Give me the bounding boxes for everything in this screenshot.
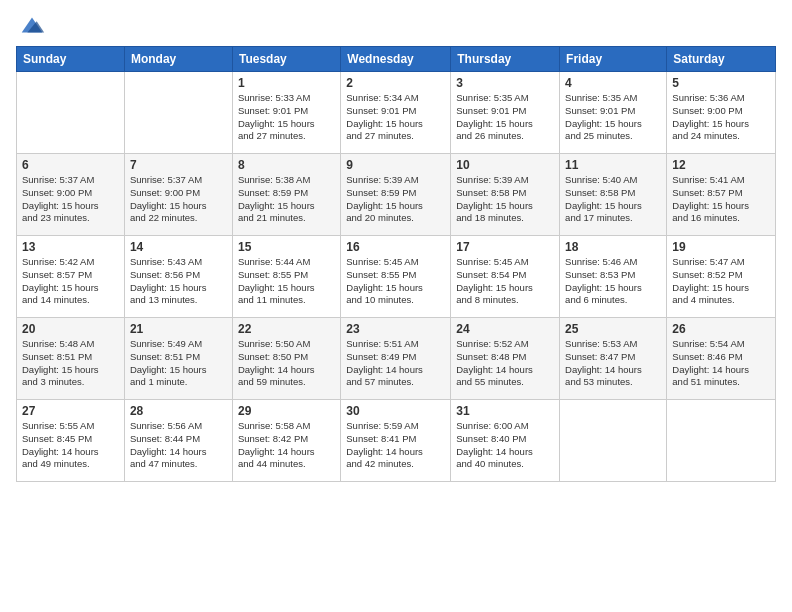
calendar-cell: 15Sunrise: 5:44 AM Sunset: 8:55 PM Dayli… [232, 236, 340, 318]
calendar-cell: 25Sunrise: 5:53 AM Sunset: 8:47 PM Dayli… [560, 318, 667, 400]
day-info: Sunrise: 5:58 AM Sunset: 8:42 PM Dayligh… [238, 420, 335, 471]
day-number: 16 [346, 240, 445, 254]
calendar-cell: 31Sunrise: 6:00 AM Sunset: 8:40 PM Dayli… [451, 400, 560, 482]
day-number: 5 [672, 76, 770, 90]
calendar-cell: 7Sunrise: 5:37 AM Sunset: 9:00 PM Daylig… [124, 154, 232, 236]
calendar-cell: 21Sunrise: 5:49 AM Sunset: 8:51 PM Dayli… [124, 318, 232, 400]
day-number: 6 [22, 158, 119, 172]
calendar-table: SundayMondayTuesdayWednesdayThursdayFrid… [16, 46, 776, 482]
calendar-cell: 19Sunrise: 5:47 AM Sunset: 8:52 PM Dayli… [667, 236, 776, 318]
day-info: Sunrise: 5:41 AM Sunset: 8:57 PM Dayligh… [672, 174, 770, 225]
day-info: Sunrise: 5:48 AM Sunset: 8:51 PM Dayligh… [22, 338, 119, 389]
day-info: Sunrise: 5:38 AM Sunset: 8:59 PM Dayligh… [238, 174, 335, 225]
day-number: 28 [130, 404, 227, 418]
day-info: Sunrise: 5:35 AM Sunset: 9:01 PM Dayligh… [565, 92, 661, 143]
calendar-cell: 27Sunrise: 5:55 AM Sunset: 8:45 PM Dayli… [17, 400, 125, 482]
calendar-cell: 6Sunrise: 5:37 AM Sunset: 9:00 PM Daylig… [17, 154, 125, 236]
day-info: Sunrise: 5:39 AM Sunset: 8:58 PM Dayligh… [456, 174, 554, 225]
calendar-cell: 1Sunrise: 5:33 AM Sunset: 9:01 PM Daylig… [232, 72, 340, 154]
calendar-week-row: 27Sunrise: 5:55 AM Sunset: 8:45 PM Dayli… [17, 400, 776, 482]
calendar-cell: 18Sunrise: 5:46 AM Sunset: 8:53 PM Dayli… [560, 236, 667, 318]
calendar-cell: 17Sunrise: 5:45 AM Sunset: 8:54 PM Dayli… [451, 236, 560, 318]
calendar-week-row: 13Sunrise: 5:42 AM Sunset: 8:57 PM Dayli… [17, 236, 776, 318]
day-info: Sunrise: 5:40 AM Sunset: 8:58 PM Dayligh… [565, 174, 661, 225]
day-info: Sunrise: 5:36 AM Sunset: 9:00 PM Dayligh… [672, 92, 770, 143]
day-info: Sunrise: 5:43 AM Sunset: 8:56 PM Dayligh… [130, 256, 227, 307]
header [16, 12, 776, 40]
day-info: Sunrise: 5:33 AM Sunset: 9:01 PM Dayligh… [238, 92, 335, 143]
calendar-cell: 24Sunrise: 5:52 AM Sunset: 8:48 PM Dayli… [451, 318, 560, 400]
day-info: Sunrise: 5:35 AM Sunset: 9:01 PM Dayligh… [456, 92, 554, 143]
day-info: Sunrise: 5:37 AM Sunset: 9:00 PM Dayligh… [22, 174, 119, 225]
day-info: Sunrise: 5:52 AM Sunset: 8:48 PM Dayligh… [456, 338, 554, 389]
calendar-cell [124, 72, 232, 154]
day-number: 20 [22, 322, 119, 336]
calendar-cell: 8Sunrise: 5:38 AM Sunset: 8:59 PM Daylig… [232, 154, 340, 236]
day-number: 31 [456, 404, 554, 418]
day-number: 8 [238, 158, 335, 172]
day-number: 10 [456, 158, 554, 172]
day-info: Sunrise: 5:49 AM Sunset: 8:51 PM Dayligh… [130, 338, 227, 389]
weekday-header-saturday: Saturday [667, 47, 776, 72]
day-number: 17 [456, 240, 554, 254]
day-info: Sunrise: 5:47 AM Sunset: 8:52 PM Dayligh… [672, 256, 770, 307]
weekday-header-monday: Monday [124, 47, 232, 72]
day-info: Sunrise: 5:50 AM Sunset: 8:50 PM Dayligh… [238, 338, 335, 389]
calendar-cell [17, 72, 125, 154]
day-info: Sunrise: 5:59 AM Sunset: 8:41 PM Dayligh… [346, 420, 445, 471]
day-info: Sunrise: 5:39 AM Sunset: 8:59 PM Dayligh… [346, 174, 445, 225]
day-number: 22 [238, 322, 335, 336]
calendar-cell: 10Sunrise: 5:39 AM Sunset: 8:58 PM Dayli… [451, 154, 560, 236]
calendar-cell: 2Sunrise: 5:34 AM Sunset: 9:01 PM Daylig… [341, 72, 451, 154]
page-container: SundayMondayTuesdayWednesdayThursdayFrid… [0, 0, 792, 490]
day-number: 12 [672, 158, 770, 172]
weekday-header-row: SundayMondayTuesdayWednesdayThursdayFrid… [17, 47, 776, 72]
day-info: Sunrise: 5:53 AM Sunset: 8:47 PM Dayligh… [565, 338, 661, 389]
calendar-cell: 13Sunrise: 5:42 AM Sunset: 8:57 PM Dayli… [17, 236, 125, 318]
day-number: 14 [130, 240, 227, 254]
day-number: 26 [672, 322, 770, 336]
day-number: 23 [346, 322, 445, 336]
day-info: Sunrise: 5:51 AM Sunset: 8:49 PM Dayligh… [346, 338, 445, 389]
weekday-header-tuesday: Tuesday [232, 47, 340, 72]
day-info: Sunrise: 5:34 AM Sunset: 9:01 PM Dayligh… [346, 92, 445, 143]
calendar-cell: 23Sunrise: 5:51 AM Sunset: 8:49 PM Dayli… [341, 318, 451, 400]
day-info: Sunrise: 5:37 AM Sunset: 9:00 PM Dayligh… [130, 174, 227, 225]
day-info: Sunrise: 5:55 AM Sunset: 8:45 PM Dayligh… [22, 420, 119, 471]
calendar-cell: 9Sunrise: 5:39 AM Sunset: 8:59 PM Daylig… [341, 154, 451, 236]
day-number: 11 [565, 158, 661, 172]
weekday-header-friday: Friday [560, 47, 667, 72]
calendar-cell: 29Sunrise: 5:58 AM Sunset: 8:42 PM Dayli… [232, 400, 340, 482]
calendar-week-row: 20Sunrise: 5:48 AM Sunset: 8:51 PM Dayli… [17, 318, 776, 400]
calendar-cell: 14Sunrise: 5:43 AM Sunset: 8:56 PM Dayli… [124, 236, 232, 318]
day-number: 18 [565, 240, 661, 254]
day-info: Sunrise: 5:42 AM Sunset: 8:57 PM Dayligh… [22, 256, 119, 307]
day-info: Sunrise: 5:45 AM Sunset: 8:54 PM Dayligh… [456, 256, 554, 307]
calendar-cell [560, 400, 667, 482]
weekday-header-sunday: Sunday [17, 47, 125, 72]
day-number: 1 [238, 76, 335, 90]
calendar-cell: 11Sunrise: 5:40 AM Sunset: 8:58 PM Dayli… [560, 154, 667, 236]
day-number: 29 [238, 404, 335, 418]
day-number: 30 [346, 404, 445, 418]
calendar-cell: 16Sunrise: 5:45 AM Sunset: 8:55 PM Dayli… [341, 236, 451, 318]
calendar-week-row: 1Sunrise: 5:33 AM Sunset: 9:01 PM Daylig… [17, 72, 776, 154]
calendar-cell: 5Sunrise: 5:36 AM Sunset: 9:00 PM Daylig… [667, 72, 776, 154]
day-number: 19 [672, 240, 770, 254]
day-number: 27 [22, 404, 119, 418]
day-number: 2 [346, 76, 445, 90]
day-number: 7 [130, 158, 227, 172]
day-info: Sunrise: 5:54 AM Sunset: 8:46 PM Dayligh… [672, 338, 770, 389]
weekday-header-wednesday: Wednesday [341, 47, 451, 72]
day-info: Sunrise: 5:44 AM Sunset: 8:55 PM Dayligh… [238, 256, 335, 307]
day-number: 24 [456, 322, 554, 336]
calendar-cell: 30Sunrise: 5:59 AM Sunset: 8:41 PM Dayli… [341, 400, 451, 482]
calendar-cell: 4Sunrise: 5:35 AM Sunset: 9:01 PM Daylig… [560, 72, 667, 154]
day-info: Sunrise: 5:45 AM Sunset: 8:55 PM Dayligh… [346, 256, 445, 307]
calendar-cell: 26Sunrise: 5:54 AM Sunset: 8:46 PM Dayli… [667, 318, 776, 400]
weekday-header-thursday: Thursday [451, 47, 560, 72]
calendar-cell: 20Sunrise: 5:48 AM Sunset: 8:51 PM Dayli… [17, 318, 125, 400]
day-number: 21 [130, 322, 227, 336]
logo-icon [18, 12, 46, 40]
logo [16, 12, 46, 40]
